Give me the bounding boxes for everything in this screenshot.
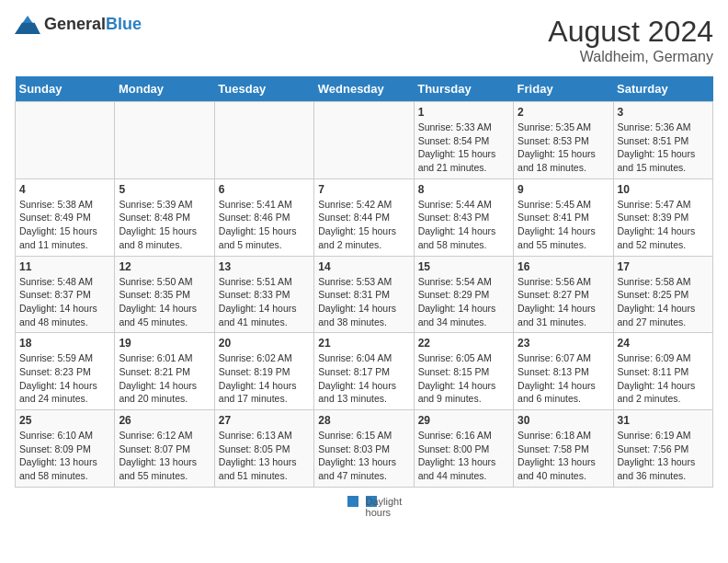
day-number: 1: [418, 106, 509, 119]
calendar-cell: 4Sunrise: 5:38 AMSunset: 8:49 PMDaylight…: [16, 178, 115, 256]
day-info: Sunrise: 5:41 AMSunset: 8:46 PMDaylight:…: [219, 198, 310, 252]
day-number: 16: [518, 260, 609, 273]
calendar-cell: 8Sunrise: 5:44 AMSunset: 8:43 PMDaylight…: [414, 178, 513, 256]
day-info: Sunrise: 5:44 AMSunset: 8:43 PMDaylight:…: [418, 198, 509, 252]
calendar-cell: 16Sunrise: 5:56 AMSunset: 8:27 PMDayligh…: [514, 256, 613, 333]
day-info: Sunrise: 6:02 AMSunset: 8:19 PMDaylight:…: [219, 351, 310, 406]
day-info: Sunrise: 6:01 AMSunset: 8:21 PMDaylight:…: [119, 351, 210, 406]
daylight-icon: [347, 496, 358, 507]
day-number: 14: [318, 260, 409, 273]
header-sunday: Sunday: [16, 76, 115, 102]
day-info: Sunrise: 5:35 AMSunset: 8:53 PMDaylight:…: [518, 121, 609, 175]
day-info: Sunrise: 5:53 AMSunset: 8:31 PMDaylight:…: [318, 275, 409, 329]
day-number: 15: [418, 260, 509, 273]
calendar-cell: 7Sunrise: 5:42 AMSunset: 8:44 PMDaylight…: [314, 178, 414, 256]
calendar-cell: 21Sunrise: 6:04 AMSunset: 8:17 PMDayligh…: [314, 333, 414, 410]
day-info: Sunrise: 6:15 AMSunset: 8:03 PMDaylight:…: [318, 429, 409, 483]
calendar-cell: 30Sunrise: 6:18 AMSunset: 7:58 PMDayligh…: [514, 410, 613, 488]
day-info: Sunrise: 5:50 AMSunset: 8:35 PMDaylight:…: [119, 275, 210, 329]
day-info: Sunrise: 6:10 AMSunset: 8:09 PMDaylight:…: [19, 429, 110, 483]
day-info: Sunrise: 6:12 AMSunset: 8:07 PMDaylight:…: [119, 429, 210, 483]
day-number: 6: [219, 183, 310, 196]
day-info: Sunrise: 5:36 AMSunset: 8:51 PMDaylight:…: [618, 121, 709, 175]
calendar-cell: 2Sunrise: 5:35 AMSunset: 8:53 PMDaylight…: [514, 102, 613, 179]
day-number: 9: [518, 183, 609, 196]
calendar-header-row: Sunday Monday Tuesday Wednesday Thursday…: [16, 76, 713, 102]
day-info: Sunrise: 5:38 AMSunset: 8:49 PMDaylight:…: [19, 198, 110, 252]
calendar-cell: 26Sunrise: 6:12 AMSunset: 8:07 PMDayligh…: [115, 410, 214, 488]
calendar-cell: 11Sunrise: 5:48 AMSunset: 8:37 PMDayligh…: [16, 256, 115, 333]
calendar-cell: 12Sunrise: 5:50 AMSunset: 8:35 PMDayligh…: [115, 256, 214, 333]
day-number: 7: [318, 183, 409, 196]
day-info: Sunrise: 6:05 AMSunset: 8:15 PMDaylight:…: [418, 351, 509, 406]
header-wednesday: Wednesday: [314, 76, 414, 102]
day-number: 2: [518, 106, 609, 119]
calendar-week-2: 4Sunrise: 5:38 AMSunset: 8:49 PMDaylight…: [16, 178, 713, 256]
calendar-cell: [214, 102, 313, 179]
day-number: 26: [119, 414, 210, 427]
header-tuesday: Tuesday: [214, 76, 313, 102]
day-number: 25: [19, 414, 110, 427]
logo: GeneralBlue: [15, 15, 142, 34]
day-info: Sunrise: 5:54 AMSunset: 8:29 PMDaylight:…: [418, 275, 509, 329]
calendar-cell: 28Sunrise: 6:15 AMSunset: 8:03 PMDayligh…: [314, 410, 414, 488]
calendar-cell: 10Sunrise: 5:47 AMSunset: 8:39 PMDayligh…: [613, 178, 712, 256]
day-number: 20: [219, 337, 310, 350]
calendar-cell: 25Sunrise: 6:10 AMSunset: 8:09 PMDayligh…: [16, 410, 115, 488]
calendar-cell: 6Sunrise: 5:41 AMSunset: 8:46 PMDaylight…: [214, 178, 313, 256]
header-thursday: Thursday: [414, 76, 513, 102]
logo-icon: [15, 16, 40, 34]
day-info: Sunrise: 6:13 AMSunset: 8:05 PMDaylight:…: [219, 429, 310, 483]
day-info: Sunrise: 6:18 AMSunset: 7:58 PMDaylight:…: [518, 429, 609, 483]
day-number: 28: [318, 414, 409, 427]
footer-note: Daylight hours: [15, 495, 713, 507]
day-info: Sunrise: 5:45 AMSunset: 8:41 PMDaylight:…: [518, 198, 609, 252]
header: GeneralBlue August 2024 Waldheim, German…: [15, 15, 713, 65]
calendar-cell: 31Sunrise: 6:19 AMSunset: 7:56 PMDayligh…: [613, 410, 712, 488]
calendar-cell: 1Sunrise: 5:33 AMSunset: 8:54 PMDaylight…: [414, 102, 513, 179]
day-number: 13: [219, 260, 310, 273]
calendar-table: Sunday Monday Tuesday Wednesday Thursday…: [15, 76, 713, 488]
day-number: 19: [119, 337, 210, 350]
day-info: Sunrise: 5:58 AMSunset: 8:25 PMDaylight:…: [618, 275, 709, 329]
calendar-week-1: 1Sunrise: 5:33 AMSunset: 8:54 PMDaylight…: [16, 102, 713, 179]
calendar-cell: 13Sunrise: 5:51 AMSunset: 8:33 PMDayligh…: [214, 256, 313, 333]
calendar-cell: [115, 102, 214, 179]
svg-marker-1: [15, 22, 40, 33]
calendar-cell: 17Sunrise: 5:58 AMSunset: 8:25 PMDayligh…: [613, 256, 712, 333]
day-number: 27: [219, 414, 310, 427]
day-number: 4: [19, 183, 110, 196]
calendar-cell: 22Sunrise: 6:05 AMSunset: 8:15 PMDayligh…: [414, 333, 513, 410]
month-year: August 2024: [548, 15, 713, 49]
calendar-cell: 14Sunrise: 5:53 AMSunset: 8:31 PMDayligh…: [314, 256, 414, 333]
day-info: Sunrise: 5:39 AMSunset: 8:48 PMDaylight:…: [119, 198, 210, 252]
day-number: 29: [418, 414, 509, 427]
calendar-cell: 3Sunrise: 5:36 AMSunset: 8:51 PMDaylight…: [613, 102, 712, 179]
calendar-cell: 9Sunrise: 5:45 AMSunset: 8:41 PMDaylight…: [514, 178, 613, 256]
day-info: Sunrise: 5:42 AMSunset: 8:44 PMDaylight:…: [318, 198, 409, 252]
calendar-cell: 23Sunrise: 6:07 AMSunset: 8:13 PMDayligh…: [514, 333, 613, 410]
logo-text: GeneralBlue: [44, 15, 142, 34]
day-number: 12: [119, 260, 210, 273]
calendar-cell: 27Sunrise: 6:13 AMSunset: 8:05 PMDayligh…: [214, 410, 313, 488]
header-saturday: Saturday: [613, 76, 712, 102]
day-number: 3: [618, 106, 709, 119]
day-number: 11: [19, 260, 110, 273]
logo-blue: Blue: [106, 15, 142, 33]
day-info: Sunrise: 5:51 AMSunset: 8:33 PMDaylight:…: [219, 275, 310, 329]
title-area: August 2024 Waldheim, Germany: [548, 15, 713, 65]
calendar-cell: 15Sunrise: 5:54 AMSunset: 8:29 PMDayligh…: [414, 256, 513, 333]
footer-label: Daylight hours: [366, 496, 377, 507]
calendar-cell: 18Sunrise: 5:59 AMSunset: 8:23 PMDayligh…: [16, 333, 115, 410]
day-number: 10: [618, 183, 709, 196]
location: Waldheim, Germany: [548, 49, 713, 65]
day-info: Sunrise: 5:48 AMSunset: 8:37 PMDaylight:…: [19, 275, 110, 329]
day-info: Sunrise: 6:07 AMSunset: 8:13 PMDaylight:…: [518, 351, 609, 406]
day-number: 24: [618, 337, 709, 350]
day-number: 17: [618, 260, 709, 273]
day-info: Sunrise: 5:59 AMSunset: 8:23 PMDaylight:…: [19, 351, 110, 406]
logo-general: General: [44, 15, 106, 33]
calendar-week-4: 18Sunrise: 5:59 AMSunset: 8:23 PMDayligh…: [16, 333, 713, 410]
calendar-cell: [16, 102, 115, 179]
day-info: Sunrise: 6:16 AMSunset: 8:00 PMDaylight:…: [418, 429, 509, 483]
